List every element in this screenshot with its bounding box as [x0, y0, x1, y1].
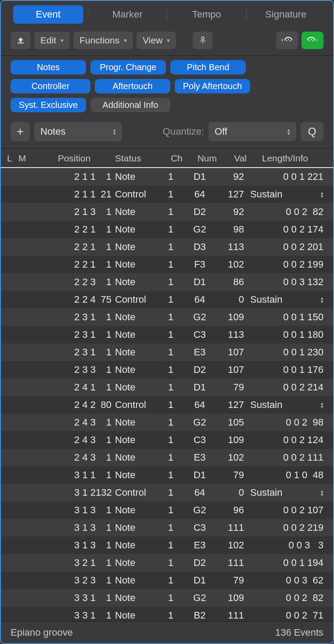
tab-tempo[interactable]: Tempo [172, 5, 242, 24]
col-channel[interactable]: Ch [159, 153, 183, 164]
svg-line-4 [204, 40, 205, 42]
svg-line-3 [200, 40, 202, 42]
hierarchy-up-button[interactable] [11, 32, 31, 49]
tab-separator [167, 9, 167, 20]
table-body: 2 1 11Note1D1920 0 1 2212 1 121Control16… [1, 168, 333, 637]
table-row[interactable]: 2 2 11Note1D31130 0 2 201 [1, 238, 333, 256]
table-row[interactable]: 3 2 11Note1D21110 0 1 194 [1, 554, 333, 572]
table-row[interactable]: 3 1 31Note1E31020 0 3 3 [1, 537, 333, 554]
table-row[interactable]: 2 4 280Control164127Sustain [1, 396, 333, 414]
midi-in-button[interactable]: › [302, 32, 323, 49]
svg-text:›: › [281, 37, 283, 43]
col-position[interactable]: Position [33, 153, 115, 164]
filter-aftertouch[interactable]: Aftertouch [95, 79, 170, 93]
table-row[interactable]: 2 2 31Note1D1860 0 3 132 [1, 273, 333, 291]
quantize-select[interactable]: Off [208, 122, 296, 141]
event-control-row: + Notes Quantize: Off Q [1, 115, 333, 149]
event-filter-row: NotesProgr. ChangePitch BendControllerAf… [1, 56, 333, 115]
quantize-button[interactable]: Q [301, 122, 323, 141]
updown-icon [287, 128, 290, 135]
updown-icon[interactable] [321, 489, 323, 496]
status-bar: Epiano groove 136 Events [1, 621, 333, 643]
table-row[interactable]: 2 2 11Note1F31020 0 2 199 [1, 256, 333, 273]
toolbar: Edit Functions View › › [1, 27, 333, 56]
col-status[interactable]: Status [115, 153, 159, 164]
view-label: View [143, 35, 162, 46]
event-table: L M Position Status Ch Num Val Length/In… [1, 149, 333, 637]
event-type-value: Notes [40, 126, 65, 137]
svg-point-10 [311, 39, 312, 40]
col-val[interactable]: Val [217, 153, 247, 164]
edit-menu[interactable]: Edit [34, 32, 70, 49]
filter-pitch-bend[interactable]: Pitch Bend [170, 60, 246, 75]
tab-marker[interactable]: Marker [93, 5, 163, 24]
tab-separator [246, 9, 247, 20]
quantize-value: Off [215, 126, 227, 137]
col-length[interactable]: Length/Info [247, 153, 323, 164]
functions-label: Functions [79, 35, 119, 46]
table-row[interactable]: 2 3 11Note1E31070 0 1 230 [1, 343, 333, 361]
svg-point-11 [312, 40, 313, 41]
table-row[interactable]: 2 2 11Note1G2980 0 2 174 [1, 221, 333, 238]
tab-separator [88, 9, 88, 20]
svg-point-6 [286, 40, 287, 41]
table-row[interactable]: 2 3 11Note1G21090 0 1 150 [1, 308, 333, 326]
svg-point-1 [201, 37, 204, 39]
tab-event[interactable]: Event [13, 5, 83, 24]
chevron-down-icon [61, 37, 64, 44]
table-row[interactable]: 2 2 475Control1640Sustain [1, 291, 333, 308]
functions-menu[interactable]: Functions [73, 32, 133, 49]
edit-label: Edit [40, 35, 56, 46]
region-name: Epiano groove [11, 627, 73, 638]
col-mute[interactable]: M [18, 153, 33, 164]
col-num[interactable]: Num [183, 153, 217, 164]
table-row[interactable]: 2 4 31Note1C31090 0 2 124 [1, 431, 333, 449]
table-row[interactable]: 2 1 11Note1D1920 0 1 221 [1, 168, 333, 186]
tab-signature[interactable]: Signature [251, 5, 321, 24]
svg-rect-0 [18, 43, 24, 43]
table-row[interactable]: 3 1 31Note1C31110 0 2 219 [1, 519, 333, 537]
table-row[interactable]: 2 1 31Note1D2920 0 2 82 [1, 203, 333, 221]
table-row[interactable]: 3 3 11Note1G21090 0 2 82 [1, 589, 333, 607]
table-row[interactable]: 3 1 11Note1D1790 1 0 48 [1, 466, 333, 484]
event-type-select[interactable]: Notes [34, 122, 122, 141]
view-menu[interactable]: View [136, 32, 176, 49]
svg-point-9 [309, 40, 310, 41]
updown-icon[interactable] [321, 296, 323, 303]
editor-tabs: Event Marker Tempo Signature [1, 1, 333, 27]
filter-notes[interactable]: Notes [11, 60, 86, 75]
filter-additional-info[interactable]: Additional Info [90, 98, 170, 112]
table-row[interactable]: 3 1 31Note1G2960 0 2 107 [1, 501, 333, 519]
midi-out-button[interactable]: › [276, 32, 298, 49]
filter-poly-aftertouch[interactable]: Poly Aftertouch [175, 79, 250, 93]
midi-out-icon: › [280, 36, 294, 45]
table-row[interactable]: 2 3 31Note1D21070 0 1 176 [1, 361, 333, 379]
table-header: L M Position Status Ch Num Val Length/In… [1, 149, 333, 168]
catch-playhead-button[interactable] [193, 32, 213, 49]
table-row[interactable]: 3 1 2132Control1640Sustain [1, 484, 333, 501]
filter-syst-exclusive[interactable]: Syst. Exclusive [11, 98, 86, 112]
svg-point-7 [288, 39, 289, 40]
chevron-down-icon [124, 37, 127, 44]
table-row[interactable]: 2 1 121Control164127Sustain [1, 186, 333, 203]
updown-icon[interactable] [321, 401, 323, 408]
svg-point-8 [290, 40, 291, 41]
add-event-button[interactable]: + [11, 122, 30, 141]
filter-progr-change[interactable]: Progr. Change [90, 60, 166, 75]
table-row[interactable]: 3 2 31Note1D1790 0 3 62 [1, 572, 333, 589]
chevron-down-icon [167, 37, 170, 44]
svg-text:›: › [316, 37, 317, 43]
quantize-label: Quantize: [163, 126, 204, 137]
table-row[interactable]: 2 4 31Note1E31020 0 2 111 [1, 449, 333, 466]
table-row[interactable]: 2 3 11Note1C31130 0 1 180 [1, 326, 333, 343]
table-row[interactable]: 2 4 31Note1G21050 0 2 98 [1, 414, 333, 431]
midi-in-icon: › [306, 36, 319, 45]
table-row[interactable]: 2 4 11Note1D1790 0 2 214 [1, 379, 333, 396]
event-count: 136 Events [275, 627, 323, 638]
filter-controller[interactable]: Controller [11, 79, 90, 93]
col-loop[interactable]: L [7, 153, 18, 164]
updown-icon [113, 128, 116, 135]
arrow-up-icon [16, 36, 25, 45]
updown-icon[interactable] [321, 191, 323, 198]
playhead-icon [198, 36, 208, 45]
